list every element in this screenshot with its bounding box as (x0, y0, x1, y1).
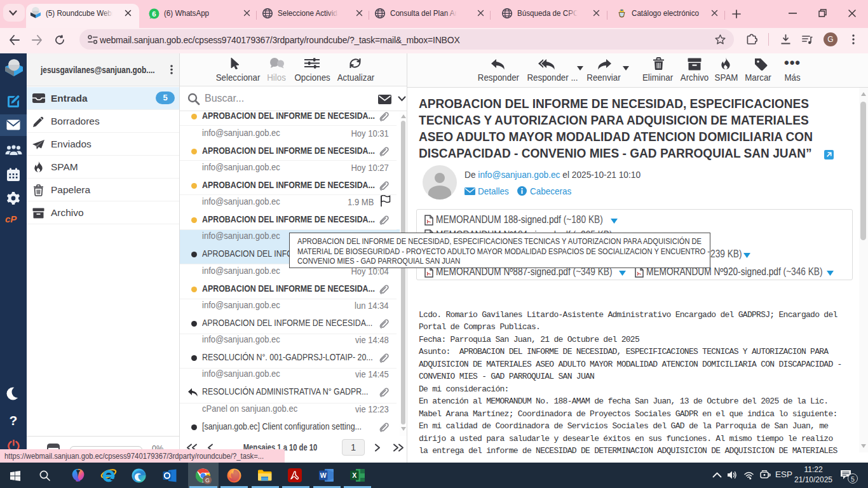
svg-text:6: 6 (152, 10, 156, 18)
svg-text:X: X (352, 471, 356, 479)
svg-text:W: W (320, 471, 327, 479)
